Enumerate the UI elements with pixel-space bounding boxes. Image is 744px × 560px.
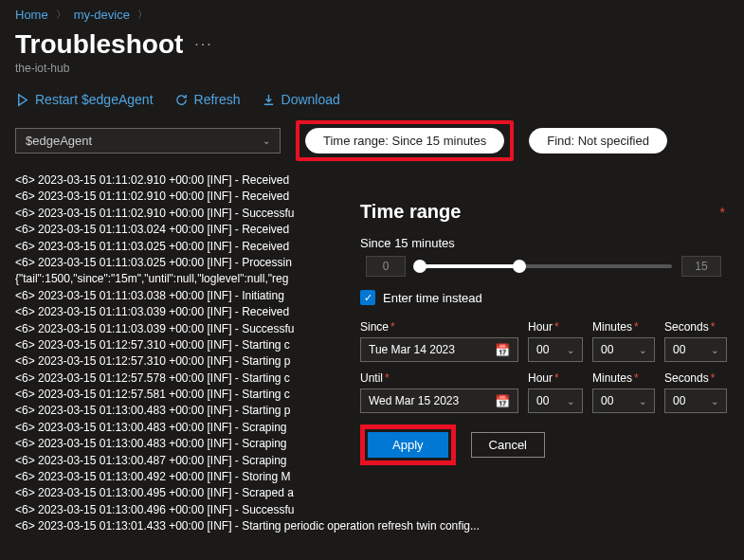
- since-date-input[interactable]: Tue Mar 14 2023 📅: [360, 337, 518, 362]
- restart-label: Restart $edgeAgent: [35, 92, 154, 107]
- log-line: <6> 2023-03-15 01:13:00.496 +00:00 [INF]…: [15, 502, 729, 518]
- breadcrumb: Home 〉 my-device 〉: [0, 0, 744, 29]
- restart-button[interactable]: Restart $edgeAgent: [15, 92, 154, 107]
- apply-button[interactable]: Apply: [368, 432, 448, 458]
- until-field-label: Until: [360, 371, 383, 385]
- slider-max-box[interactable]: 15: [681, 256, 721, 277]
- refresh-label: Refresh: [194, 92, 241, 107]
- chevron-down-icon: ⌄: [263, 135, 270, 146]
- breadcrumb-device[interactable]: my-device: [74, 8, 130, 22]
- cancel-button[interactable]: Cancel: [471, 432, 545, 458]
- download-label: Download: [281, 92, 340, 107]
- until-minutes-select[interactable]: 00⌄: [592, 388, 655, 413]
- download-icon: [262, 93, 276, 107]
- log-line: <6> 2023-03-15 01:11:02.910 +00:00 [INF]…: [15, 172, 729, 189]
- since-hour-select[interactable]: 00⌄: [528, 337, 583, 362]
- slider-min-box[interactable]: 0: [366, 256, 406, 277]
- hour-label: Hour: [528, 320, 553, 334]
- log-line: <6> 2023-03-15 01:13:01.433 +00:00 [INF]…: [15, 518, 729, 534]
- hour-label: Hour: [528, 371, 553, 385]
- breadcrumb-home[interactable]: Home: [15, 8, 48, 22]
- slider-thumb-end[interactable]: [513, 260, 526, 273]
- time-slider[interactable]: [415, 264, 672, 268]
- download-button[interactable]: Download: [262, 92, 340, 107]
- refresh-button[interactable]: Refresh: [174, 92, 241, 107]
- required-indicator: *: [720, 205, 725, 220]
- chevron-right-icon: 〉: [56, 8, 66, 22]
- time-range-panel: * Time range Since 15 minutes 0 15 ✓ Ent…: [343, 191, 744, 482]
- since-field-label: Since: [360, 320, 389, 334]
- refresh-icon: [174, 93, 189, 107]
- until-date-input[interactable]: Wed Mar 15 2023 📅: [360, 388, 518, 413]
- until-date-value: Wed Mar 15 2023: [369, 394, 459, 407]
- panel-heading: Time range: [360, 201, 727, 223]
- log-line: <6> 2023-03-15 01:13:00.495 +00:00 [INF]…: [15, 485, 729, 501]
- seconds-label: Seconds: [664, 371, 709, 385]
- more-icon[interactable]: ···: [194, 36, 212, 53]
- page-subtitle: the-iot-hub: [0, 60, 744, 92]
- until-seconds-select[interactable]: 00⌄: [664, 388, 727, 413]
- module-value: $edgeAgent: [26, 134, 92, 148]
- page-title: Troubleshoot: [15, 29, 183, 60]
- minutes-label: Minutes: [592, 320, 632, 334]
- minutes-label: Minutes: [592, 371, 632, 385]
- since-label: Since 15 minutes: [360, 236, 727, 250]
- chevron-right-icon: 〉: [137, 8, 148, 22]
- since-date-value: Tue Mar 14 2023: [369, 343, 455, 356]
- calendar-icon: 📅: [495, 343, 510, 357]
- seconds-label: Seconds: [664, 320, 709, 334]
- until-hour-select[interactable]: 00⌄: [528, 388, 583, 413]
- enter-time-label: Enter time instead: [383, 291, 482, 305]
- calendar-icon: 📅: [495, 394, 510, 408]
- enter-time-checkbox[interactable]: ✓: [360, 290, 375, 305]
- time-range-pill[interactable]: Time range: Since 15 minutes: [305, 128, 504, 154]
- slider-thumb-start[interactable]: [413, 260, 426, 273]
- module-dropdown[interactable]: $edgeAgent ⌄: [15, 128, 281, 154]
- since-minutes-select[interactable]: 00⌄: [592, 337, 655, 362]
- toolbar: Restart $edgeAgent Refresh Download: [0, 92, 744, 120]
- play-icon: [15, 93, 29, 107]
- find-pill[interactable]: Find: Not specified: [529, 128, 667, 154]
- since-seconds-select[interactable]: 00⌄: [664, 337, 727, 362]
